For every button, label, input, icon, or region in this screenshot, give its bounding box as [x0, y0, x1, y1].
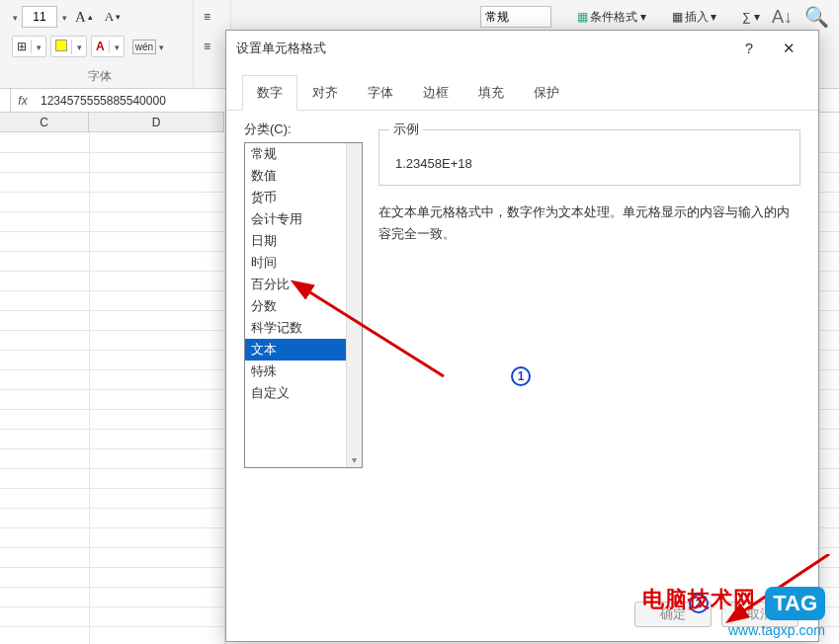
- format-cells-dialog: 设置单元格格式 ? ✕ 数字 对齐 字体 边框 填充 保护 分类(C): 常规 …: [225, 30, 819, 642]
- find-icon[interactable]: 🔍: [800, 3, 833, 31]
- fill-color-dropdown[interactable]: [50, 36, 87, 57]
- align-left-icon[interactable]: ≡: [200, 38, 214, 55]
- list-item[interactable]: 百分比: [245, 274, 362, 295]
- format-description: 在文本单元格格式中，数字作为文本处理。单元格显示的内容与输入的内容完全一致。: [378, 201, 800, 245]
- increase-font-icon[interactable]: A▴: [71, 7, 97, 28]
- font-size-dropdown[interactable]: [61, 10, 67, 24]
- watermark-tag: TAG: [765, 587, 825, 620]
- watermark-text: 电脑技术网: [642, 587, 756, 611]
- close-button[interactable]: ✕: [769, 35, 808, 62]
- column-header-c[interactable]: C: [0, 113, 89, 132]
- number-format-select[interactable]: [480, 6, 551, 28]
- column-header-d[interactable]: D: [89, 113, 224, 132]
- dialog-tabs: 数字 对齐 字体 边框 填充 保护: [226, 74, 818, 111]
- list-item[interactable]: 分数: [245, 295, 362, 317]
- list-item[interactable]: 自定义: [245, 382, 362, 404]
- dialog-title: 设置单元格格式: [236, 40, 729, 57]
- font-color-dropdown[interactable]: A: [91, 36, 125, 57]
- category-listbox[interactable]: 常规 数值 货币 会计专用 日期 时间 百分比 分数 科学记数 文本 特殊 自定…: [244, 142, 363, 468]
- sample-legend: 示例: [389, 121, 423, 138]
- list-item[interactable]: 货币: [245, 187, 362, 208]
- tab-fill[interactable]: 填充: [463, 75, 519, 111]
- category-label: 分类(C):: [244, 121, 363, 138]
- list-item[interactable]: 会计专用: [245, 208, 362, 230]
- fx-icon[interactable]: fx: [11, 94, 35, 108]
- list-item[interactable]: 特殊: [245, 361, 362, 382]
- tab-border[interactable]: 边框: [408, 75, 463, 111]
- watermark-url: www.tagxp.com: [642, 622, 825, 638]
- sample-fieldset: 示例 1.23458E+18: [378, 121, 800, 186]
- list-item[interactable]: 日期: [245, 230, 362, 252]
- list-item[interactable]: 常规: [245, 143, 362, 165]
- decrease-font-icon[interactable]: A▾: [101, 7, 125, 27]
- listbox-scrollbar[interactable]: [346, 143, 362, 467]
- annotation-badge-1: 1: [511, 366, 531, 386]
- list-item[interactable]: 时间: [245, 252, 362, 274]
- font-group-label: 字体: [6, 68, 193, 85]
- tab-protection[interactable]: 保护: [519, 75, 574, 111]
- font-family-dropdown[interactable]: [12, 10, 18, 24]
- autosum-icon[interactable]: ∑ ▾: [738, 8, 764, 26]
- insert-button[interactable]: ▦ 插入 ▾: [668, 7, 720, 28]
- tab-number[interactable]: 数字: [242, 75, 297, 111]
- tab-alignment[interactable]: 对齐: [297, 75, 353, 111]
- sort-filter-icon[interactable]: A↓: [768, 5, 797, 30]
- sample-value: 1.23458E+18: [389, 156, 790, 171]
- conditional-format-button[interactable]: ▦ 条件格式 ▾: [573, 7, 650, 28]
- list-item[interactable]: 数值: [245, 165, 362, 187]
- list-item-selected[interactable]: 文本: [245, 339, 362, 361]
- list-item[interactable]: 科学记数: [245, 317, 362, 339]
- help-button[interactable]: ?: [729, 35, 769, 62]
- align-top-icon[interactable]: ≡: [200, 8, 214, 26]
- border-dropdown[interactable]: ⊞: [12, 36, 46, 57]
- font-size-input[interactable]: [22, 6, 57, 28]
- watermark: 电脑技术网 TAG www.tagxp.com: [642, 585, 825, 638]
- phonetic-button[interactable]: wén: [128, 38, 168, 56]
- tab-font[interactable]: 字体: [353, 75, 408, 111]
